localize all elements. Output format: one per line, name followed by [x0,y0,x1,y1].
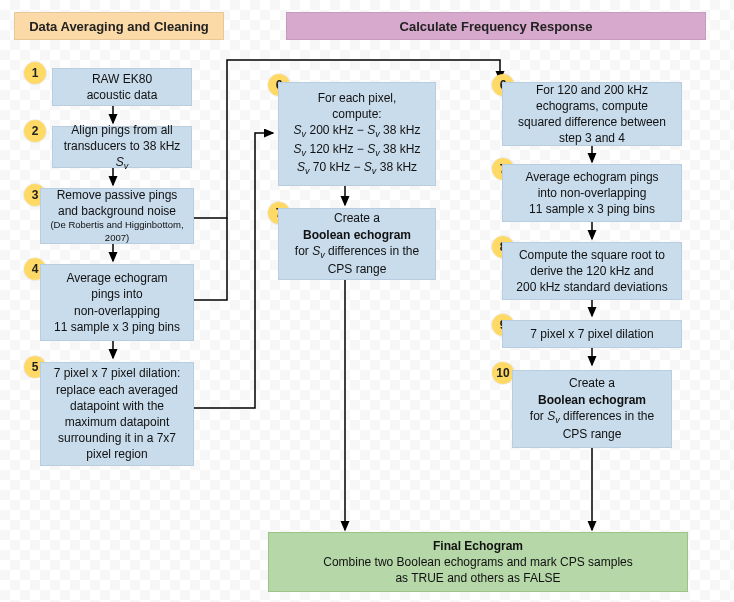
box-remove-noise-citation: (De Robertis and Higginbottom, 2007) [49,219,185,245]
step-number-1: 1 [24,62,46,84]
box-average-echogram-text: Average echogram pings into non-overlapp… [49,270,185,335]
box-average-echogram: Average echogram pings into non-overlapp… [40,264,194,341]
final-title: Final Echogram [277,538,679,554]
step-number-2: 2 [24,120,46,142]
diagram-canvas: Data Averaging and Cleaning Calculate Fr… [0,0,734,602]
box-dilation-7x7: 7 pixel x 7 pixel dilation: replace each… [40,362,194,466]
box-align-pings: Align pings from all transducers to 38 k… [52,126,192,168]
box-compute-sv-intro: For each pixel, compute: [287,90,427,122]
box-remove-noise: Remove passive pings and background nois… [40,188,194,244]
sv-row-3: Sv 70 kHz − Sv 38 kHz [287,159,427,178]
box-sqrt-stddev: Compute the square root to derive the 12… [502,242,682,300]
final-text: Combine two Boolean echograms and mark C… [277,554,679,586]
header-left-text: Data Averaging and Cleaning [29,19,209,34]
header-right: Calculate Frequency Response [286,12,706,40]
box-compute-sv-diffs: For each pixel, compute: Sv 200 kHz − Sv… [278,82,436,186]
box-dilation-7x7-text: 7 pixel x 7 pixel dilation: replace each… [49,365,185,462]
box-align-pings-text: Align pings from all transducers to 38 k… [64,123,181,153]
sv-row-1: Sv 200 kHz − Sv 38 kHz [287,122,427,141]
sv-row-2: Sv 120 kHz − Sv 38 kHz [287,141,427,160]
header-left: Data Averaging and Cleaning [14,12,224,40]
step-number-r10: 10 [492,362,514,384]
box-boolean-echogram-right: Create a Boolean echogram for Sv differe… [512,370,672,448]
box-boolean-echogram-mid: Create a Boolean echogram for Sv differe… [278,208,436,280]
box-raw-ek80-text: RAW EK80 acoustic data [61,71,183,103]
box-raw-ek80: RAW EK80 acoustic data [52,68,192,106]
box-average-right: Average echogram pings into non-overlapp… [502,164,682,222]
box-final-echogram: Final Echogram Combine two Boolean echog… [268,532,688,592]
header-right-text: Calculate Frequency Response [400,19,593,34]
box-squared-diff: For 120 and 200 kHz echograms, compute s… [502,82,682,146]
box-dilation-right: 7 pixel x 7 pixel dilation [502,320,682,348]
